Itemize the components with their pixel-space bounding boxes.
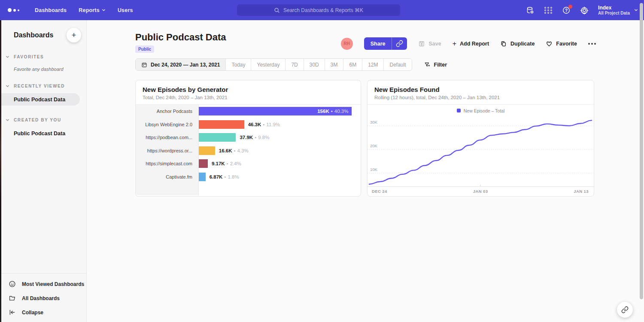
y-tick-label: 10K [370,167,378,172]
collapse-sidebar-button[interactable]: Collapse [0,305,86,319]
duplicate-button[interactable]: Duplicate [500,40,535,47]
data-sources-icon[interactable] [526,6,535,15]
date-range-button[interactable]: Dec 24, 2020 — Jan 13, 2021 [136,59,225,70]
x-tick: DEC 24 [372,189,387,194]
bar-row: https://podbean.com...37.9K•9.8% [136,131,361,144]
line-series-new-episode-total[interactable] [369,120,592,184]
chevron-down-icon [6,55,9,59]
bar-value-label: 16.6K•4.3% [219,146,249,155]
floating-link-button[interactable] [617,302,633,318]
add-report-button[interactable]: + Add Report [453,40,489,48]
filter-funnel-icon [424,61,431,68]
bar-area: 46.3K•11.9% [199,120,361,129]
preset-3m[interactable]: 3M [325,59,343,70]
bar-value-label: 9.17K•2.4% [212,159,241,168]
add-dashboard-button[interactable]: + [67,28,81,43]
bar-row: https://wordpress.or...16.6K•4.3% [136,144,361,158]
preset-default[interactable]: Default [383,59,411,70]
vertical-scrollbar[interactable] [640,3,643,299]
nav-right-icons: ? Index All Project Data [526,0,638,20]
save-label: Save [428,41,441,47]
bar[interactable] [199,120,244,129]
preset-30d[interactable]: 30D [304,59,325,70]
sidebar-item-public-podcast-data[interactable]: Public Podcast Data [0,93,80,106]
section-recently-viewed[interactable]: RECENTLY VIEWED [0,84,86,88]
brand-logo-icon[interactable] [8,8,19,12]
apps-grid-icon[interactable] [544,6,553,15]
y-tick-label: 20K [370,143,378,148]
chart-legend: New Episode – Total [368,105,594,116]
favorites-empty-hint: Favorite any dashboard [14,67,86,72]
bar-value-label: 46.3K•11.9% [248,120,280,129]
section-created-by-you[interactable]: CREATED BY YOU [0,118,86,122]
search-input[interactable]: Search Dashboards & Reports ⌘K [237,4,400,16]
sidebar-item-public-podcast-data[interactable]: Public Podcast Data [0,127,86,140]
more-options-button[interactable] [588,43,596,45]
duplicate-label: Duplicate [510,41,535,47]
save-button[interactable]: Save [418,40,441,47]
bar-area: 16.6K•4.3% [199,146,361,155]
folder-icon [9,295,16,302]
card-subtitle: Rolling (12 hours), total, Dec 24th, 202… [374,95,587,100]
bar-area: 156K•40.3% [199,107,361,115]
section-favorites[interactable]: FAVORITES [0,55,86,59]
bar-category-label: https://simplecast.com [136,161,199,166]
bar-row: Captivate.fm6.87K•1.8% [136,170,361,184]
most-viewed-dashboards-button[interactable]: Most Viewed Dashboards [0,277,86,291]
bar[interactable] [199,159,208,168]
link-icon [621,306,629,313]
plus-icon: + [453,40,456,48]
chevron-down-icon [6,84,9,88]
nav-item-label: Reports [79,7,100,13]
top-nav: Dashboards Reports Users Search Dashboar… [0,0,644,20]
bar-category-label: Captivate.fm [136,174,199,179]
page-title: Public Podcast Data [135,32,226,43]
smiley-icon [9,280,16,288]
preset-6m[interactable]: 6M [343,59,362,70]
nav-item-users[interactable]: Users [112,7,139,13]
bar-value-label: 6.87K•1.8% [210,173,239,181]
date-range-control: Dec 24, 2020 — Jan 13, 2021 Today Yester… [135,58,412,71]
bar-row: Anchor Podcasts156K•40.3% [136,105,361,118]
svg-text:?: ? [565,8,568,12]
bar-category-label: Libsyn WebEngine 2.0 [136,122,199,127]
add-report-label: Add Report [460,41,489,47]
search-icon [274,7,280,13]
all-dashboards-button[interactable]: All Dashboards [0,291,86,305]
nav-item-label: Dashboards [35,7,67,13]
collapse-icon [9,309,16,316]
preset-today[interactable]: Today [225,59,251,70]
line-chart: 10K20K30K [368,116,594,186]
chevron-down-icon [102,8,106,12]
favorite-button[interactable]: Favorite [546,40,577,47]
preset-12m[interactable]: 12M [362,59,383,70]
nav-item-reports[interactable]: Reports [73,7,112,13]
bar-area: 9.17K•2.4% [199,159,361,168]
bar[interactable] [199,173,206,181]
share-button[interactable]: Share [364,37,392,50]
share-link-button[interactable] [392,37,407,50]
bar[interactable] [199,133,236,142]
nav-item-dashboards[interactable]: Dashboards [29,7,73,13]
line-chart-svg: 10K20K30K [368,116,594,186]
bar-area: 6.87K•1.8% [199,173,361,181]
project-subtitle: All Project Data [598,11,630,16]
notification-badge [568,5,572,9]
help-icon[interactable]: ? [562,6,571,15]
date-bar: Dec 24, 2020 — Jan 13, 2021 Today Yester… [135,58,447,71]
public-badge: Public [135,46,154,53]
filter-label: Filter [434,62,447,68]
settings-gear-icon[interactable] [580,6,589,15]
footer-item-label: All Dashboards [22,295,60,301]
bar[interactable] [199,146,215,155]
filter-button[interactable]: Filter [424,61,447,68]
sidebar: Dashboards + FAVORITES Favorite any dash… [0,20,87,322]
avatar[interactable]: RH [341,38,353,50]
link-icon [396,40,403,47]
preset-7d[interactable]: 7D [285,59,303,70]
chevron-down-icon [6,118,9,122]
window-edge-artifact [0,20,1,322]
search-placeholder: Search Dashboards & Reports ⌘K [283,7,363,13]
project-switcher[interactable]: Index All Project Data [598,5,638,16]
preset-yesterday[interactable]: Yesterday [251,59,285,70]
